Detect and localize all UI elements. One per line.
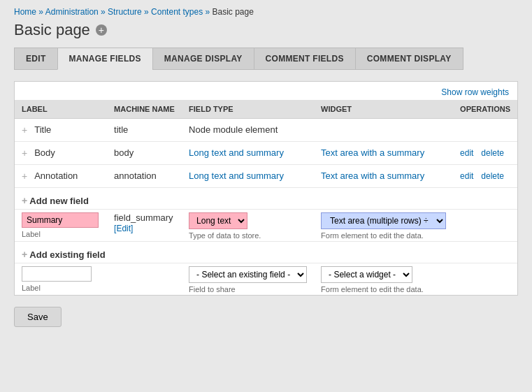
title-label-cell: + Title	[15, 119, 107, 142]
body-edit-link[interactable]: edit	[460, 148, 473, 158]
add-new-field-widget-hint: Form element to edit the data.	[321, 231, 446, 240]
title-field-type: Node module element	[182, 119, 314, 142]
table-row: + Body body Long text and summary Text a…	[15, 142, 517, 165]
annotation-label-cell: + Annotation	[15, 165, 107, 188]
drag-handle-body[interactable]: +	[22, 147, 31, 159]
add-new-field-label-input[interactable]	[22, 212, 99, 228]
page-title: Basic page	[14, 21, 90, 39]
body-ops: edit delete	[453, 142, 517, 165]
add-new-field-label: Add new field	[29, 196, 89, 206]
col-operations: OPERATIONS	[453, 100, 517, 119]
breadcrumb-structure[interactable]: Structure	[108, 7, 142, 17]
table-header-row: LABEL MACHINE NAME FIELD TYPE WIDGET OPE…	[15, 100, 517, 119]
add-new-field-widget-cell: Text area (multiple rows) ÷ Form element…	[314, 210, 453, 242]
add-new-field-ops-cell	[453, 210, 517, 242]
breadcrumb: Home » Administration » Structure » Cont…	[14, 7, 518, 17]
add-existing-field-hint: Field to share	[189, 285, 307, 293]
tab-comment-display[interactable]: COMMENT DISPLAY	[355, 48, 463, 70]
annotation-ops: edit delete	[453, 165, 517, 188]
content-area: Show row weights LABEL MACHINE NAME FIEL…	[14, 81, 518, 296]
annotation-widget-link[interactable]: Text area with a summary	[321, 170, 424, 181]
annotation-field-type-link[interactable]: Long text and summary	[189, 170, 284, 181]
body-field-type-link[interactable]: Long text and summary	[189, 147, 284, 158]
body-machine-name: body	[107, 142, 182, 165]
page-title-area: Basic page +	[14, 21, 518, 39]
add-existing-field-header-row: + Add existing field	[15, 242, 517, 263]
body-delete-link[interactable]: delete	[481, 148, 504, 158]
add-new-field-label-hint: Label	[22, 230, 100, 238]
add-existing-label-hint: Label	[22, 284, 100, 292]
breadcrumb-current: Basic page	[213, 7, 254, 17]
body-widget: Text area with a summary	[314, 142, 453, 165]
add-new-field-header-cell: + Add new field	[15, 188, 517, 210]
tab-manage-fields[interactable]: MANAGE FIELDS	[57, 48, 152, 70]
add-new-field-type-hint: Type of data to store.	[189, 231, 307, 240]
add-existing-select-cell: - Select an existing field - Field to sh…	[182, 263, 314, 296]
add-new-field-type-select[interactable]: Long text	[189, 212, 247, 229]
save-button[interactable]: Save	[14, 307, 62, 327]
drag-handle-title[interactable]: +	[22, 124, 31, 136]
annotation-machine-name: annotation	[107, 165, 182, 188]
table-row: + Annotation annotation Long text and su…	[15, 165, 517, 188]
annotation-delete-link[interactable]: delete	[481, 171, 504, 181]
add-existing-empty-cell	[107, 263, 182, 296]
add-new-field-machine-name: field_summary	[114, 212, 173, 223]
col-machine-name: MACHINE NAME	[107, 100, 182, 119]
breadcrumb-content-types[interactable]: Content types	[151, 7, 203, 17]
col-label: LABEL	[15, 100, 107, 119]
add-existing-field-select[interactable]: - Select an existing field -	[189, 266, 307, 283]
add-existing-ops-cell	[453, 263, 517, 296]
show-row-weights-link[interactable]: Show row weights	[15, 82, 517, 100]
add-new-field-row: Label field_summary [Edit] Long text Typ…	[15, 210, 517, 242]
add-existing-field-icon: +	[22, 249, 27, 260]
add-new-field-type-cell: Long text Type of data to store.	[182, 210, 314, 242]
col-widget: WIDGET	[314, 100, 453, 119]
col-field-type: FIELD TYPE	[182, 100, 314, 119]
annotation-edit-link[interactable]: edit	[460, 171, 473, 181]
drag-handle-annotation[interactable]: +	[22, 170, 31, 182]
title-machine-name: title	[107, 119, 182, 142]
add-existing-field-header-cell: + Add existing field	[15, 242, 517, 263]
add-existing-field-row: Label - Select an existing field - Field…	[15, 263, 517, 296]
body-label-cell: + Body	[15, 142, 107, 165]
add-existing-widget-cell: - Select a widget - Form element to edit…	[314, 263, 453, 296]
annotation-field-type: Long text and summary	[182, 165, 314, 188]
body-field-type: Long text and summary	[182, 142, 314, 165]
breadcrumb-home[interactable]: Home	[14, 7, 36, 17]
tab-manage-display[interactable]: MANAGE DISPLAY	[152, 48, 254, 70]
add-new-field-header-row: + Add new field	[15, 188, 517, 210]
tab-edit[interactable]: EDIT	[14, 48, 57, 70]
body-label: Body	[34, 147, 55, 158]
add-page-icon[interactable]: +	[96, 24, 107, 36]
add-new-field-icon: +	[22, 195, 27, 206]
title-label: Title	[34, 124, 51, 135]
annotation-label: Annotation	[34, 170, 78, 181]
add-existing-field-label: Add existing field	[29, 249, 105, 260]
add-existing-widget-select[interactable]: - Select a widget -	[321, 266, 412, 283]
body-widget-link[interactable]: Text area with a summary	[321, 147, 424, 158]
fields-table: LABEL MACHINE NAME FIELD TYPE WIDGET OPE…	[15, 100, 517, 295]
title-ops	[453, 119, 517, 142]
tab-comment-fields[interactable]: COMMENT FIELDS	[254, 48, 355, 70]
add-existing-label-input[interactable]	[22, 266, 92, 282]
add-existing-label-cell: Label	[15, 263, 107, 296]
tabs-bar: EDIT MANAGE FIELDS MANAGE DISPLAY COMMEN…	[14, 48, 518, 70]
add-new-field-machine-name-edit[interactable]: [Edit]	[114, 224, 133, 233]
add-new-field-widget-select[interactable]: Text area (multiple rows) ÷	[321, 212, 446, 229]
add-new-field-machine-name-cell: field_summary [Edit]	[107, 210, 182, 242]
add-new-field-label-cell: Label	[15, 210, 107, 242]
breadcrumb-administration[interactable]: Administration	[45, 7, 99, 17]
annotation-widget: Text area with a summary	[314, 165, 453, 188]
title-widget	[314, 119, 453, 142]
table-row: + Title title Node module element	[15, 119, 517, 142]
add-existing-widget-hint: Form element to edit the data.	[321, 285, 446, 293]
